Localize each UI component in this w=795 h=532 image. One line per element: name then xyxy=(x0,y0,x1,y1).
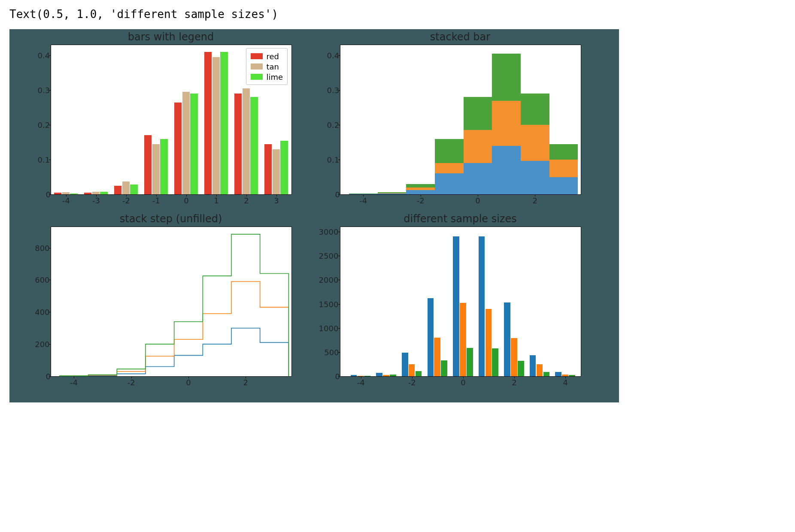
xtick-label: 3 xyxy=(274,196,279,205)
bar xyxy=(182,92,190,194)
bar xyxy=(428,298,434,376)
legend-label: lime xyxy=(266,73,283,82)
xtick-label: -2 xyxy=(417,196,425,205)
bar xyxy=(364,376,371,376)
xtick-label: 4 xyxy=(563,378,568,387)
repr-text: Text(0.5, 1.0, 'different sample sizes') xyxy=(9,8,278,21)
subplot-bars-with-legend: bars with legend -4-3-2-1012300.10.20.30… xyxy=(51,45,291,194)
bar xyxy=(504,302,510,376)
ytick-label: 0.4 xyxy=(327,51,339,60)
bar xyxy=(62,192,70,194)
bar xyxy=(530,355,536,376)
xtick-label: -4 xyxy=(359,196,367,205)
step-line xyxy=(60,234,288,376)
bar xyxy=(358,376,364,376)
bar-stack xyxy=(435,173,464,194)
xtick-label: 0 xyxy=(184,196,188,205)
subplot-stacked-bar: stacked bar -4-20200.10.20.30.4 xyxy=(340,45,580,194)
plot-area: -4-2024050010001500200025003000 xyxy=(340,227,581,377)
ytick-label: 0 xyxy=(335,372,340,381)
bar xyxy=(84,193,91,194)
bar xyxy=(543,372,550,376)
bar xyxy=(174,103,182,194)
bar xyxy=(383,375,389,376)
ytick-label: 500 xyxy=(324,348,339,357)
bar xyxy=(160,139,167,194)
subplot-different-sample-sizes: different sample sizes -4-20240500100015… xyxy=(340,227,580,376)
legend-item: lime xyxy=(251,72,283,82)
bar xyxy=(441,360,447,376)
xtick-label: 0 xyxy=(186,378,191,387)
bar xyxy=(453,236,459,376)
ytick-label: 200 xyxy=(35,340,49,349)
bar-stack xyxy=(349,194,378,194)
bar xyxy=(485,309,492,376)
xtick-label: -4 xyxy=(70,378,78,387)
bar xyxy=(409,364,415,376)
plot-area: -4-20200.10.20.30.4 xyxy=(340,45,581,195)
bar xyxy=(537,364,543,376)
ytick-label: 1000 xyxy=(319,323,339,332)
subplot-title: bars with legend xyxy=(51,31,291,43)
bar xyxy=(234,94,242,194)
bar xyxy=(376,373,382,376)
bar xyxy=(467,348,473,376)
bar-stack xyxy=(549,177,578,194)
jupyter-output-repr: Text(0.5, 1.0, 'different sample sizes') xyxy=(0,0,795,24)
ytick-label: 3000 xyxy=(319,227,339,236)
bar-stack xyxy=(464,163,492,194)
bar-stack xyxy=(406,190,435,194)
bar xyxy=(152,144,160,194)
bar xyxy=(390,375,396,376)
bar xyxy=(562,375,568,376)
legend-swatch xyxy=(251,74,263,80)
ytick-label: 2500 xyxy=(319,251,339,260)
ytick-label: 0.1 xyxy=(327,155,339,164)
bar xyxy=(130,184,137,194)
bar xyxy=(280,141,288,194)
ytick-label: 0 xyxy=(46,190,50,199)
ytick-label: 0.1 xyxy=(37,155,50,164)
xtick-label: -4 xyxy=(357,378,365,387)
xtick-label: -2 xyxy=(408,378,416,387)
bar xyxy=(492,348,498,376)
plot-area: -4-2020200400600800 xyxy=(51,227,292,377)
bar-stack xyxy=(378,193,407,194)
ytick-label: 800 xyxy=(35,243,49,252)
bar xyxy=(190,94,197,194)
bar xyxy=(273,149,280,194)
bar-stack xyxy=(521,161,549,195)
ytick-label: 0 xyxy=(46,372,50,381)
bar xyxy=(569,375,575,376)
bar xyxy=(114,186,121,194)
bar xyxy=(351,375,357,376)
legend-swatch xyxy=(251,53,263,59)
xtick-label: 0 xyxy=(475,196,480,205)
legend-label: red xyxy=(266,52,279,61)
bar xyxy=(100,192,107,194)
bar xyxy=(243,88,250,194)
legend-item: red xyxy=(251,51,283,61)
legend-label: tan xyxy=(266,62,279,71)
ytick-label: 0 xyxy=(335,190,340,199)
subplot-title: different sample sizes xyxy=(340,213,580,225)
bar xyxy=(402,353,408,376)
bar xyxy=(54,193,61,194)
ytick-label: 600 xyxy=(35,275,49,284)
bar xyxy=(212,57,220,194)
xtick-label: 0 xyxy=(461,378,465,387)
ytick-label: 0.3 xyxy=(327,86,339,95)
subplot-title: stacked bar xyxy=(340,31,580,43)
bar xyxy=(250,97,258,194)
xtick-label: 2 xyxy=(243,378,248,387)
ytick-label: 0.4 xyxy=(37,51,50,60)
bar xyxy=(416,371,422,376)
subplot-title: stack step (unfilled) xyxy=(51,213,291,225)
ytick-label: 1500 xyxy=(319,299,339,308)
bar xyxy=(70,193,77,194)
legend-item: tan xyxy=(251,61,283,72)
bar xyxy=(264,144,272,194)
ytick-label: 400 xyxy=(35,308,49,317)
bar-stack xyxy=(492,146,521,194)
matplotlib-figure: bars with legend -4-3-2-1012300.10.20.30… xyxy=(9,29,619,402)
